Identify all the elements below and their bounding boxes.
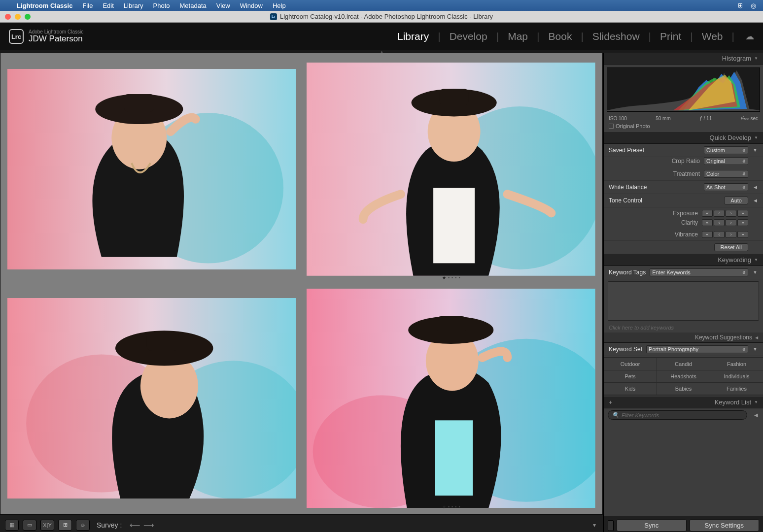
menu-metadata[interactable]: Metadata — [180, 2, 207, 9]
vibrance-big-down[interactable]: « — [702, 231, 713, 238]
crop-ratio-label: Crop Ratio — [609, 158, 700, 165]
grid-view-button[interactable]: ▦ — [5, 520, 19, 531]
cloud-sync-icon[interactable]: ☁ — [745, 31, 754, 42]
treatment-select[interactable]: Color⇵ — [704, 170, 748, 178]
keywording-header[interactable]: Keywording▼ — [604, 254, 763, 266]
prev-photo-button[interactable]: ⟵ — [130, 521, 140, 530]
sync-toggle-switch[interactable] — [608, 520, 614, 531]
survey-thumb-2[interactable]: ★•••• — [304, 57, 599, 281]
clarity-down[interactable]: ‹ — [714, 219, 725, 226]
quick-develop-header[interactable]: Quick Develop▼ — [604, 132, 763, 144]
keyword-set-grid: Outdoor Candid Fashion Pets Headshots In… — [604, 357, 763, 396]
menu-edit[interactable]: Edit — [103, 2, 113, 9]
kw-preset-candid[interactable]: Candid — [657, 358, 710, 370]
minimize-button[interactable] — [15, 14, 21, 20]
menu-window[interactable]: Window — [240, 2, 263, 9]
module-slideshow[interactable]: Slideshow — [592, 31, 640, 42]
histogram[interactable] — [607, 67, 760, 112]
module-picker: Library| Develop| Map| Book| Slideshow| … — [397, 31, 754, 42]
survey-thumb-1[interactable] — [4, 57, 299, 281]
keyword-list-header[interactable]: + Keyword List▼ — [604, 397, 763, 408]
identity-plate[interactable]: Lrc Adobe Lightroom Classic JDW Paterson — [9, 29, 83, 44]
exposure-up[interactable]: › — [726, 210, 736, 217]
kw-preset-pets[interactable]: Pets — [604, 370, 657, 382]
menu-library[interactable]: Library — [124, 2, 143, 9]
module-develop[interactable]: Develop — [450, 31, 487, 42]
keyword-set-select[interactable]: Portrait Photography⇵ — [646, 345, 748, 353]
toolbar-options-dropdown[interactable]: ▾ — [593, 522, 596, 529]
siri-icon[interactable]: ◎ — [751, 2, 756, 9]
original-photo-checkbox[interactable] — [609, 124, 614, 129]
survey-thumb-4[interactable]: ★•••• — [304, 286, 599, 510]
exposure-big-down[interactable]: « — [702, 210, 713, 217]
close-button[interactable] — [5, 14, 11, 20]
shield-icon[interactable]: ⛨ — [737, 2, 744, 9]
module-print[interactable]: Print — [660, 31, 681, 42]
clarity-up[interactable]: › — [726, 219, 736, 226]
kw-preset-outdoor[interactable]: Outdoor — [604, 358, 657, 370]
original-photo-label: Original Photo — [616, 123, 650, 129]
keyword-tags-expand[interactable]: ▼ — [752, 270, 758, 275]
compare-view-button[interactable]: X|Y — [40, 520, 54, 531]
kw-preset-headshots[interactable]: Headshots — [657, 370, 710, 382]
crop-ratio-select[interactable]: Original⇵ — [704, 157, 748, 165]
loupe-view-button[interactable]: ▭ — [23, 520, 36, 531]
people-view-button[interactable]: ☺ — [76, 520, 90, 531]
svg-rect-23 — [437, 316, 466, 332]
survey-thumb-3[interactable] — [4, 286, 299, 510]
zoom-button[interactable] — [25, 14, 31, 20]
saved-preset-expand[interactable]: ▼ — [752, 148, 758, 153]
kw-preset-individuals[interactable]: Individuals — [710, 370, 763, 382]
clarity-big-down[interactable]: « — [702, 219, 713, 226]
svg-rect-16 — [147, 332, 179, 351]
menu-view[interactable]: View — [216, 2, 230, 9]
module-web[interactable]: Web — [702, 31, 723, 42]
exposure-down[interactable]: ‹ — [714, 210, 725, 217]
exposure-big-up[interactable]: » — [737, 210, 748, 217]
exposure-steppers: «‹›» — [702, 210, 748, 217]
next-photo-button[interactable]: ⟶ — [143, 521, 154, 530]
sync-button[interactable]: Sync — [617, 519, 687, 532]
kw-preset-babies[interactable]: Babies — [657, 383, 710, 395]
kw-preset-fashion[interactable]: Fashion — [710, 358, 763, 370]
keyword-filter-input[interactable]: 🔍 Filter Keywords — [608, 410, 747, 420]
svg-rect-4 — [124, 94, 154, 112]
wb-expand[interactable]: ◀ — [752, 185, 758, 190]
tone-label: Tone Control — [609, 197, 642, 204]
vibrance-big-up[interactable]: » — [737, 231, 748, 238]
tone-auto-button[interactable]: Auto — [724, 197, 748, 204]
menu-photo[interactable]: Photo — [153, 2, 170, 9]
svg-rect-10 — [440, 89, 469, 105]
module-map[interactable]: Map — [508, 31, 528, 42]
kw-preset-kids[interactable]: Kids — [604, 383, 657, 395]
wb-select[interactable]: As Shot⇵ — [704, 183, 748, 191]
menu-app[interactable]: Lightroom Classic — [17, 2, 72, 9]
vibrance-down[interactable]: ‹ — [714, 231, 725, 238]
sync-settings-button[interactable]: Sync Settings — [690, 519, 760, 532]
keyword-suggestions-header[interactable]: Keyword Suggestions◀ — [604, 332, 763, 343]
keywords-hint[interactable]: Click here to add keywords — [604, 323, 763, 332]
histogram-panel-header[interactable]: Histogram▼ — [604, 53, 763, 65]
saved-preset-select[interactable]: Custom⇵ — [704, 146, 748, 154]
keyword-list-collapse[interactable]: ◀ — [754, 412, 758, 418]
menu-file[interactable]: File — [82, 2, 93, 9]
histo-iso: ISO 100 — [609, 116, 627, 121]
mac-menubar: Lightroom Classic File Edit Library Phot… — [0, 0, 763, 11]
keyword-set-expand[interactable]: ▼ — [752, 347, 758, 352]
histo-shutter: ¹⁄₂₀₀ sec — [741, 116, 758, 121]
window-title: Lightroom Catalog-v10.lrcat - Adobe Phot… — [280, 13, 493, 20]
module-library[interactable]: Library — [397, 31, 429, 42]
right-panel: Histogram▼ ISO 100 50 mm ƒ / 11 ¹⁄₂₀₀ se… — [603, 53, 763, 532]
keywords-textarea[interactable] — [608, 281, 759, 321]
reset-all-button[interactable]: Reset All — [714, 243, 748, 251]
survey-view-button[interactable]: ⊞ — [58, 520, 72, 531]
clarity-big-up[interactable]: » — [737, 219, 748, 226]
keyword-tags-mode-select[interactable]: Enter Keywords⇵ — [650, 268, 748, 276]
module-book[interactable]: Book — [549, 31, 572, 42]
menu-help[interactable]: Help — [273, 2, 286, 9]
add-keyword-button[interactable]: + — [609, 399, 613, 406]
tone-expand[interactable]: ◀ — [752, 198, 758, 203]
vibrance-up[interactable]: › — [726, 231, 736, 238]
keyword-tags-label: Keyword Tags — [609, 269, 646, 276]
kw-preset-families[interactable]: Families — [710, 383, 763, 395]
